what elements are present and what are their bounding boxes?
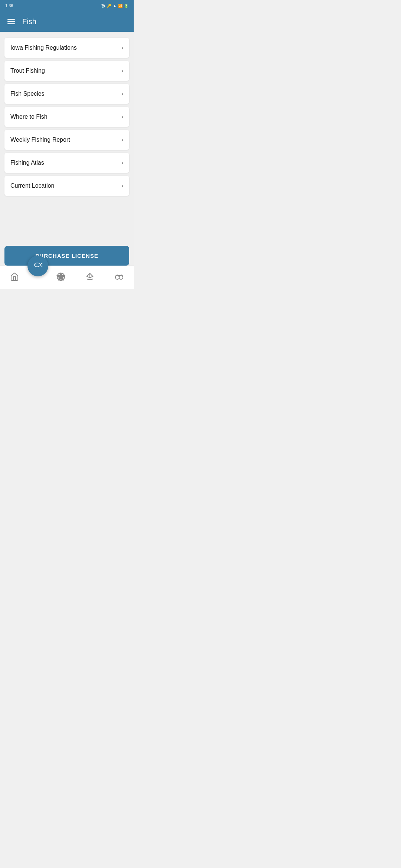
chevron-right-icon: › (121, 183, 123, 189)
fish-icon (33, 260, 43, 272)
compass-icon (56, 272, 65, 283)
purchase-license-button[interactable]: PURCHASE LICENSE (4, 246, 129, 266)
status-bar: 1:36 📡 🔑 ▲ 📶 🔋 (0, 0, 134, 11)
svg-point-0 (34, 263, 40, 267)
menu-line-2 (7, 21, 15, 22)
status-time-area: 1:36 (5, 3, 13, 8)
nav-item-compass[interactable] (46, 269, 75, 286)
chevron-right-icon: › (121, 137, 123, 143)
cast-icon: 📡 (101, 4, 105, 8)
menu-item-fishing-atlas[interactable]: Fishing Atlas › (4, 153, 129, 173)
nav-item-binoculars[interactable] (105, 269, 134, 286)
menu-item-label: Fishing Atlas (10, 160, 44, 166)
status-time: 1:36 (5, 3, 13, 8)
svg-point-1 (35, 264, 36, 264)
fish-center-circle (27, 256, 48, 276)
menu-button[interactable] (6, 17, 16, 26)
menu-item-label: Trout Fishing (10, 68, 45, 74)
menu-item-label: Fish Species (10, 91, 45, 97)
chevron-right-icon: › (121, 114, 123, 120)
battery-icon: 🔋 (124, 4, 128, 8)
menu-item-iowa-fishing-regulations[interactable]: Iowa Fishing Regulations › (4, 38, 129, 58)
app-header: Fish (0, 11, 134, 32)
chevron-right-icon: › (121, 45, 123, 51)
home-icon (10, 272, 19, 283)
wifi-icon: ▲ (113, 4, 117, 8)
chevron-right-icon: › (121, 160, 123, 166)
menu-item-where-to-fish[interactable]: Where to Fish › (4, 107, 129, 127)
nav-item-boat[interactable] (75, 269, 104, 286)
chevron-right-icon: › (121, 91, 123, 97)
menu-line-3 (7, 23, 15, 24)
chevron-right-icon: › (121, 68, 123, 74)
page-title: Fish (22, 17, 36, 26)
menu-item-weekly-fishing-report[interactable]: Weekly Fishing Report › (4, 130, 129, 150)
bottom-navigation (0, 266, 134, 289)
signal-icon: 📶 (118, 4, 123, 8)
purchase-button-container: PURCHASE LICENSE (4, 246, 129, 266)
menu-item-fish-species[interactable]: Fish Species › (4, 84, 129, 104)
boat-icon (85, 272, 94, 283)
menu-item-label: Current Location (10, 183, 54, 189)
menu-line-1 (7, 19, 15, 20)
menu-item-label: Weekly Fishing Report (10, 137, 70, 143)
binoculars-icon (115, 272, 124, 283)
content-area: Iowa Fishing Regulations › Trout Fishing… (0, 32, 134, 269)
nav-item-home[interactable] (0, 269, 29, 286)
status-icons: 📡 🔑 ▲ 📶 🔋 (101, 4, 128, 8)
key-icon: 🔑 (107, 4, 111, 8)
menu-item-label: Iowa Fishing Regulations (10, 45, 77, 51)
menu-item-current-location[interactable]: Current Location › (4, 176, 129, 196)
menu-item-label: Where to Fish (10, 114, 48, 120)
menu-item-trout-fishing[interactable]: Trout Fishing › (4, 61, 129, 81)
